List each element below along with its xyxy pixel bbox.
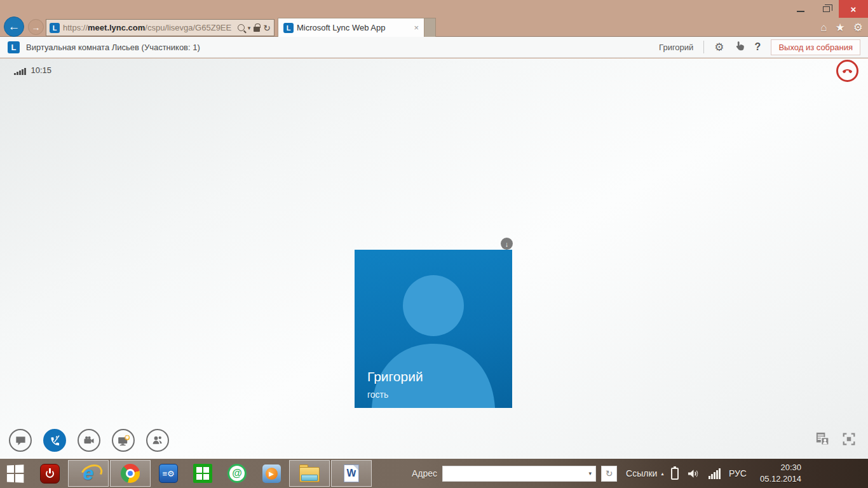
down-arrow-icon: ↓: [505, 240, 509, 248]
participant-name: Григорий: [367, 369, 423, 384]
lync-logo-icon: L: [8, 41, 20, 53]
word-icon: W: [344, 464, 359, 482]
fullscreen-icon: [841, 431, 857, 447]
window-controls: ×: [788, 0, 868, 18]
at-agent-icon: @: [227, 464, 247, 483]
media-player-icon: ▶: [262, 464, 281, 483]
audio-mute-button[interactable]: [43, 429, 66, 452]
browser-chrome: × ← → L https://meet.lync.com/cspu/lisev…: [0, 0, 868, 37]
address-toolbar-input[interactable]: [443, 466, 585, 481]
present-button[interactable]: ✱: [112, 429, 135, 452]
layout-gallery-icon: [815, 431, 831, 447]
restore-icon: [823, 6, 830, 12]
view-controls: [815, 431, 857, 449]
lync-header: L Виртуальная комната Лисьев (Участников…: [0, 37, 868, 58]
phone-touch-icon[interactable]: [735, 41, 745, 53]
chat-bubble-icon: [15, 435, 27, 447]
address-toolbar-field[interactable]: ▾: [442, 466, 596, 482]
room-title: Виртуальная комната Лисьев (Участников: …: [26, 43, 200, 52]
people-icon: [151, 434, 164, 447]
participant-tile[interactable]: Григорий гость: [355, 250, 512, 408]
signal-strength-icon: [14, 68, 26, 75]
chat-button[interactable]: [9, 429, 32, 452]
minimize-button[interactable]: [788, 0, 813, 18]
favorites-icon[interactable]: ★: [836, 21, 845, 34]
help-icon[interactable]: ?: [755, 41, 761, 53]
layout-picker-button[interactable]: [815, 431, 831, 449]
folder-icon: [299, 467, 320, 482]
tile-menu-button[interactable]: ↓: [501, 238, 513, 250]
participant-role: гость: [367, 390, 388, 400]
hangup-phone-icon: [841, 64, 854, 78]
browser-toolbar-icons: ⌂ ★ ⚙: [820, 21, 863, 34]
participants-button[interactable]: [146, 429, 169, 452]
taskbar-chrome[interactable]: [110, 460, 151, 487]
fullscreen-button[interactable]: [841, 431, 857, 449]
minimize-icon: [797, 11, 804, 12]
gear-icon[interactable]: ⚙: [853, 21, 863, 34]
address-toolbar: Адрес ▾ ↻ Ссылки ▴: [412, 466, 663, 482]
network-signal-icon[interactable]: [709, 468, 721, 479]
divider: [703, 41, 704, 53]
taskbar-store[interactable]: [186, 460, 219, 487]
refresh-icon[interactable]: ↻: [263, 23, 271, 33]
taskbar-ie[interactable]: e: [68, 460, 109, 487]
taskbar-clock[interactable]: 20:30 05.12.2014: [760, 462, 801, 484]
system-settings-icon: ≡⚙: [159, 464, 178, 483]
call-controls-toolbar: ✱: [9, 429, 169, 452]
taskbar-word[interactable]: W: [331, 460, 372, 487]
forward-icon: →: [32, 22, 41, 32]
url-path: /cspu/lisevga/G65Z9EE: [145, 23, 231, 32]
address-go-button[interactable]: ↻: [601, 466, 617, 482]
address-bar-icons: ▾ ↻: [238, 23, 271, 33]
chevron-down-icon[interactable]: ▾: [248, 25, 251, 31]
windows-store-icon: [193, 464, 212, 483]
taskbar: e ≡⚙ @ ▶ W Адрес ▾ ↻ Ссылки ▴: [0, 459, 868, 488]
phone-muted-icon: [48, 434, 61, 447]
address-bar[interactable]: L https://meet.lync.com/cspu/lisevga/G65…: [46, 19, 275, 36]
meeting-stage: 10:15 Григорий гость ↓: [0, 58, 868, 459]
language-indicator[interactable]: РУС: [729, 468, 747, 478]
address-dropdown-icon[interactable]: ▾: [585, 470, 596, 477]
clock-time: 20:30: [760, 462, 801, 473]
taskbar-mail-agent[interactable]: @: [220, 460, 254, 487]
battery-icon[interactable]: [671, 468, 679, 480]
taskbar-media-player[interactable]: ▶: [255, 460, 288, 487]
tab-close-icon[interactable]: ×: [414, 23, 419, 32]
browser-tab[interactable]: L Microsoft Lync Web App ×: [278, 18, 424, 37]
volume-icon[interactable]: [687, 468, 700, 480]
hangup-button[interactable]: [836, 60, 858, 82]
close-button[interactable]: ×: [839, 0, 868, 18]
present-monitor-icon: ✱: [117, 434, 130, 447]
new-tab-button[interactable]: [424, 18, 436, 37]
links-toolbar[interactable]: Ссылки ▴: [626, 468, 663, 478]
video-camera-icon: [83, 434, 95, 447]
call-status: 10:15: [14, 65, 51, 75]
exit-meeting-button[interactable]: Выход из собрания: [771, 39, 860, 55]
desktop: × ← → L https://meet.lync.com/cspu/lisev…: [0, 0, 868, 488]
internet-explorer-icon: e: [83, 463, 94, 484]
home-icon[interactable]: ⌂: [820, 22, 827, 34]
lync-favicon: L: [50, 23, 60, 33]
taskbar-explorer[interactable]: [289, 460, 330, 487]
back-button[interactable]: ←: [4, 17, 24, 37]
back-icon: ←: [8, 20, 20, 34]
start-button[interactable]: [7, 464, 24, 482]
search-icon[interactable]: [238, 24, 245, 31]
power-button[interactable]: [40, 464, 60, 484]
links-label: Ссылки: [626, 468, 657, 478]
video-button[interactable]: [78, 429, 100, 452]
clock-date: 05.12.2014: [760, 473, 801, 485]
forward-button[interactable]: →: [28, 19, 44, 35]
tab-title: Microsoft Lync Web App: [297, 23, 385, 32]
lync-header-right: Григорий ⚙ ? Выход из собрания: [659, 39, 860, 55]
chrome-icon: [121, 464, 140, 483]
play-icon: ▶: [266, 468, 278, 480]
restore-button[interactable]: [813, 0, 839, 18]
touch-hand-icon: [735, 41, 745, 51]
tab-favicon: L: [283, 23, 294, 33]
meeting-options-gear-icon[interactable]: ⚙: [714, 42, 724, 53]
system-tray: РУС 20:30 05.12.2014: [671, 462, 808, 484]
svg-text:✱: ✱: [125, 435, 130, 440]
taskbar-system-tool[interactable]: ≡⚙: [152, 460, 185, 487]
